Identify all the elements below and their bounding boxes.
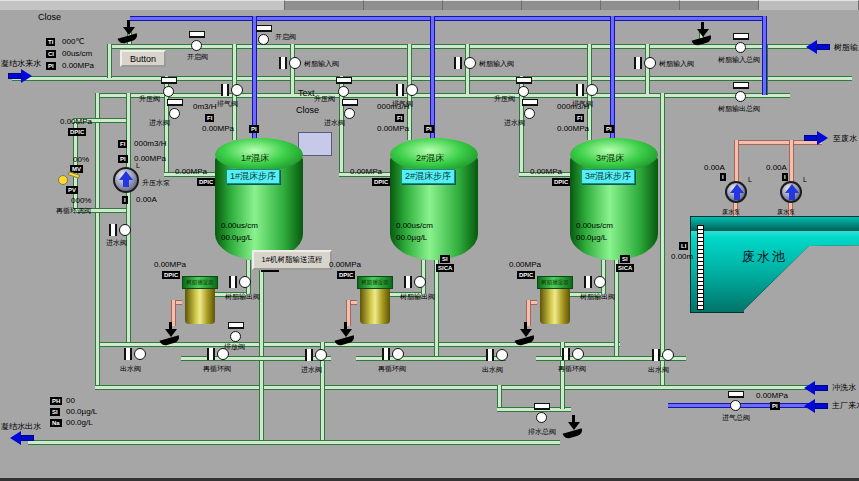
tank3-silica-value: 00.0µg/L	[576, 233, 607, 242]
waste-pump1-amp-tag: I	[720, 173, 726, 181]
ph-tag: PH	[50, 397, 62, 405]
tank1-recirc-valve-icon[interactable]	[207, 348, 230, 360]
si-tag: SI	[50, 408, 60, 416]
tank3-resin-out-valve-label: 树脂输出阀	[580, 292, 615, 302]
booster-pump-icon[interactable]	[113, 167, 139, 193]
flush-water-arrow-icon	[804, 381, 828, 395]
tank1-inlet-valve-label: 进水阀	[149, 118, 170, 128]
resin-in-arrow-icon	[806, 40, 830, 54]
waste-pump2-icon[interactable]	[780, 181, 802, 203]
toolbar-segment[interactable]	[285, 0, 364, 10]
toolbar-segment[interactable]	[601, 0, 680, 10]
toolbar-segment[interactable]	[0, 0, 285, 10]
pv-value: 000%	[71, 196, 91, 205]
open-valve-icon[interactable]	[189, 31, 205, 52]
close-label: Close	[38, 12, 61, 22]
tank2-resin-out-valve-icon[interactable]	[404, 276, 427, 288]
button[interactable]: Button	[120, 50, 166, 67]
outlet-header-pipe	[28, 440, 560, 445]
drain-funnel-icon	[160, 322, 182, 346]
tank3-recirc-valve-icon[interactable]	[562, 348, 585, 360]
drain-funnel-icon	[563, 415, 585, 439]
tank3-flow-tag: FI	[575, 114, 584, 122]
tank1-row-inlet-valve-icon[interactable]	[305, 349, 328, 361]
tank2-resin-in-valve-icon[interactable]	[454, 57, 477, 69]
temp-tag: TI	[46, 38, 55, 46]
waste-pump1-icon[interactable]	[725, 181, 747, 203]
tank2-inlet-valve-icon[interactable]	[342, 99, 358, 120]
resin-transfer-button[interactable]: 1#机树脂输送流程	[252, 250, 332, 270]
tank3-step-button[interactable]: 3#混床步序	[581, 169, 635, 184]
tank1-inlet-valve-icon[interactable]	[167, 99, 183, 120]
tank1-pres-value: 0.00MPa	[202, 124, 234, 133]
air-main-valve-icon[interactable]	[728, 391, 744, 412]
resin-in-main-valve-icon[interactable]	[733, 33, 749, 54]
tank1-step-button[interactable]: 1#混床步序	[226, 169, 280, 184]
pipe	[107, 44, 112, 78]
tank3-outlet-valve-label: 出水阀	[648, 365, 669, 375]
tank3-inlet-valve-icon[interactable]	[522, 99, 538, 120]
tank1-resin-out-valve-icon[interactable]	[229, 276, 252, 288]
tank1-resin-pipe	[290, 44, 295, 94]
tank1-resin-in-valve-icon[interactable]	[279, 57, 302, 69]
tank3-dp-tag: DPIC	[552, 178, 570, 186]
open-valve-label: 开启阀	[187, 52, 208, 62]
tank2-outlet-valve-icon[interactable]	[486, 349, 509, 361]
trap1-dp-tag: DPIC	[162, 271, 180, 279]
tank2-si-tag: SI	[440, 255, 450, 263]
main-plant-pres-value: 0.00MPa	[756, 391, 788, 400]
tank1-outlet-valve-label: 出水阀	[120, 364, 141, 374]
control-valve-icon[interactable]	[58, 172, 82, 186]
tank2-dp-value: 0.00MPa	[350, 167, 382, 176]
tank3-outlet-valve-icon[interactable]	[652, 349, 675, 361]
resin-in-label: 树脂输入	[834, 42, 859, 53]
tank3-pres-tag: PI	[604, 125, 614, 133]
tank3-boost-valve-icon[interactable]	[516, 77, 532, 98]
tank2-bottom-pipe	[356, 356, 506, 361]
hmi-screen: Close TI 000℃ CI 00us/cm PI 0.00MPa 凝结水来…	[0, 0, 859, 481]
pump-l-mark: L	[136, 162, 140, 169]
pump-inlet-valve-icon[interactable]	[109, 224, 132, 236]
resin-out-main-valve-icon[interactable]	[733, 82, 749, 103]
drain-main-valve-icon[interactable]	[534, 403, 550, 424]
tank3-vent-valve-icon[interactable]	[576, 84, 599, 96]
dp-tag: DPIC	[68, 128, 86, 136]
tank1-outlet-valve-icon[interactable]	[124, 348, 147, 360]
toolbar	[0, 0, 859, 10]
tank2-pres-value: 0.00MPa	[377, 124, 409, 133]
to-waste-arrow-icon	[804, 131, 828, 145]
tank2-step-button[interactable]: 2#混床步序	[401, 169, 455, 184]
toolbar-segment[interactable]	[443, 0, 522, 10]
tank1-flow-tag: FI	[205, 114, 214, 122]
tank1-pres-tag: PI	[249, 125, 259, 133]
pool-level-value: 0.00m	[671, 252, 693, 261]
tank3-boost-valve-label: 升压阀	[494, 94, 515, 104]
open-valve-icon[interactable]	[256, 25, 272, 46]
tank1-vent-valve-icon[interactable]	[221, 84, 244, 96]
flow-tag: FI	[118, 140, 127, 148]
toolbar-segment[interactable]	[759, 0, 859, 10]
toolbar-segment[interactable]	[522, 0, 601, 10]
tank3-recirc-valve-label: 再循环阀	[558, 364, 586, 374]
flush-water-label: 冲洗水	[832, 382, 856, 393]
tank1-dp-value: 0.00MPa	[175, 167, 207, 176]
tank2-boost-valve-icon[interactable]	[336, 77, 352, 98]
toolbar-segment[interactable]	[680, 0, 759, 10]
tank3-resin-in-valve-icon[interactable]	[634, 57, 657, 69]
tank1-boost-valve-icon[interactable]	[161, 77, 177, 98]
toolbar-segment[interactable]	[364, 0, 443, 10]
tank3-outlet-pipe	[614, 258, 619, 358]
drain-funnel-icon	[515, 322, 537, 346]
tank1-blowdown-valve-icon[interactable]	[228, 322, 244, 343]
tank3-dp-value: 0.00MPa	[530, 167, 562, 176]
pump-inlet-valve-label: 进水阀	[106, 238, 127, 248]
drain-funnel-icon	[335, 322, 357, 346]
mv-value: 00%	[73, 155, 89, 164]
waste-pump1-label: 废水泵	[722, 208, 740, 217]
display-box	[298, 132, 332, 156]
tank2-vent-valve-icon[interactable]	[396, 84, 419, 96]
waste-pool-label: 废水池	[742, 248, 787, 266]
tank1-vent-valve-label: 排气阀	[217, 99, 238, 109]
tank2-recirc-valve-icon[interactable]	[382, 348, 405, 360]
tank3-resin-out-valve-icon[interactable]	[584, 276, 607, 288]
